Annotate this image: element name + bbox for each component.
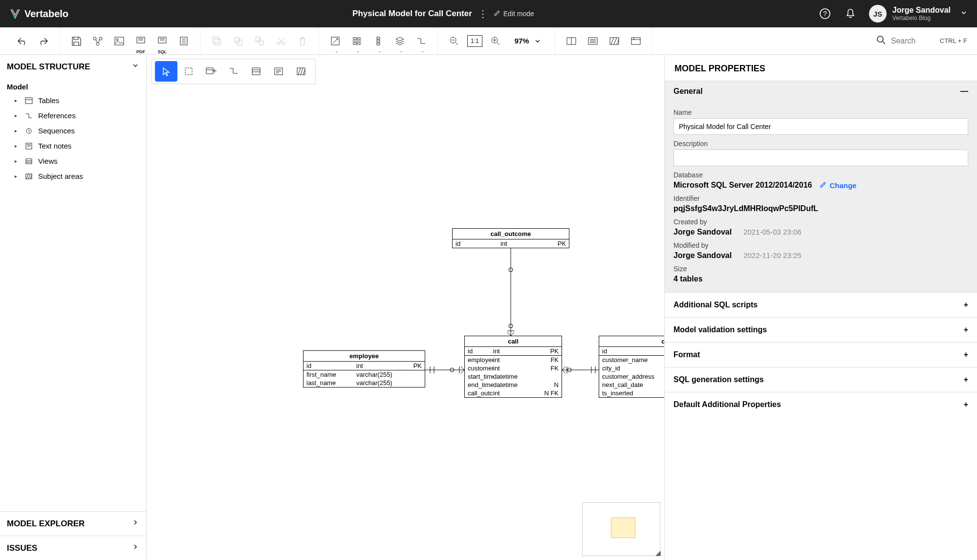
model-desc-input[interactable] xyxy=(673,150,968,166)
name-label: Name xyxy=(673,108,968,116)
add-table-tool[interactable] xyxy=(200,61,222,82)
zoom-reset-button[interactable]: 1:1 xyxy=(467,35,482,47)
model-structure-header[interactable]: MODEL STRUCTURE xyxy=(0,55,146,79)
add-note-tool[interactable] xyxy=(267,61,290,82)
zoom-out-button[interactable] xyxy=(446,33,462,49)
redo-button[interactable] xyxy=(35,33,52,49)
routing-button[interactable]: ⌄ xyxy=(413,33,430,49)
section-general[interactable]: General — xyxy=(665,81,977,102)
add-reference-tool[interactable] xyxy=(222,61,245,82)
er-table-call-outcome[interactable]: call_outcome idintPK xyxy=(452,228,569,248)
svg-rect-33 xyxy=(377,43,380,45)
plus-icon: + xyxy=(964,375,968,384)
svg-point-6 xyxy=(116,39,118,41)
view-icon xyxy=(24,158,33,165)
import-button[interactable] xyxy=(175,33,192,49)
issues-label: ISSUES xyxy=(7,543,37,553)
minimap-viewport[interactable] xyxy=(611,517,635,538)
left-panel: MODEL STRUCTURE Model ▸Tables ▸Reference… xyxy=(0,55,147,560)
avatar: JS xyxy=(869,5,887,22)
model-explorer-header[interactable]: MODEL EXPLORER xyxy=(0,511,146,536)
export-sql-button[interactable]: SQL xyxy=(154,33,171,49)
cut-button xyxy=(273,33,289,49)
section-sql-gen[interactable]: SQL generation settings+ xyxy=(665,367,977,392)
svg-rect-28 xyxy=(353,43,356,44)
add-view-tool[interactable] xyxy=(245,61,267,82)
add-area-tool[interactable] xyxy=(290,61,312,82)
svg-rect-32 xyxy=(377,40,380,42)
share-button[interactable] xyxy=(89,33,106,49)
svg-rect-22 xyxy=(260,41,263,45)
change-db-link[interactable]: Change xyxy=(820,181,856,190)
model-root[interactable]: Model xyxy=(0,79,146,93)
db-label: Database xyxy=(673,171,968,179)
align-v-button[interactable]: ⌄ xyxy=(370,33,387,49)
tree-subjectareas[interactable]: ▸Subject areas xyxy=(15,169,139,184)
svg-point-77 xyxy=(509,268,513,272)
paste-button xyxy=(230,33,246,49)
pencil-icon xyxy=(494,10,500,18)
created-label: Created by xyxy=(673,218,968,226)
tree-views[interactable]: ▸Views xyxy=(15,153,139,169)
resize-handle-icon[interactable]: ◢ xyxy=(655,549,661,557)
user-menu[interactable]: JS Jorge Sandoval Vertabelo Blog xyxy=(869,5,967,22)
created-by: Jorge Sandoval xyxy=(673,228,732,237)
plus-icon: + xyxy=(964,400,968,409)
duplicate-button xyxy=(251,33,268,49)
er-table-employee[interactable]: employee idintPK first_namevarchar(255) … xyxy=(303,350,425,388)
chevron-down-icon xyxy=(131,62,139,72)
section-default-props[interactable]: Default Additional Properties+ xyxy=(665,392,977,417)
svg-rect-17 xyxy=(213,37,218,43)
tree-sequences[interactable]: ▸Sequences xyxy=(15,123,139,138)
align-h-button[interactable]: ⌄ xyxy=(348,33,365,49)
undo-button[interactable] xyxy=(14,33,30,49)
zoom-in-button[interactable] xyxy=(487,33,504,49)
model-name-input[interactable] xyxy=(673,118,968,135)
reference-icon xyxy=(24,112,33,119)
chevron-right-icon xyxy=(131,518,139,529)
bell-icon[interactable] xyxy=(844,7,857,21)
er-table-call[interactable]: call idintPK employee_iintFK customer_ii… xyxy=(464,336,562,398)
help-icon[interactable]: ? xyxy=(818,7,832,21)
zoom-dropdown[interactable]: 97% xyxy=(509,37,547,45)
brand-logo[interactable]: Vertabelo xyxy=(10,8,68,20)
svg-line-52 xyxy=(883,42,885,44)
logo-mark-icon xyxy=(10,8,21,19)
er-table-customer[interactable]: customer idintPK customer_namevarchar(25… xyxy=(599,336,664,398)
identifier-value: pqjSsfgS4w3JryLdMHRIoqwPc5PIDufL xyxy=(673,204,818,213)
properties-title: MODEL PROPERTIES xyxy=(665,55,977,81)
svg-rect-21 xyxy=(256,37,260,41)
tree-references[interactable]: ▸References xyxy=(15,108,139,123)
export-pdf-button[interactable]: PDF xyxy=(132,33,149,49)
chevron-down-icon xyxy=(960,9,967,18)
marquee-tool[interactable] xyxy=(177,61,200,82)
diagram-canvas[interactable]: call_outcome idintPK call idintPK employ… xyxy=(147,55,664,560)
search-icon xyxy=(876,35,886,47)
svg-line-36 xyxy=(456,43,458,45)
tree-tables[interactable]: ▸Tables xyxy=(15,93,139,108)
minus-icon: — xyxy=(960,87,968,96)
export-image-button[interactable] xyxy=(111,33,128,49)
note-icon xyxy=(24,143,33,150)
sql-label: SQL xyxy=(158,49,167,54)
minimap[interactable]: ◢ xyxy=(582,502,660,556)
properties-panel: MODEL PROPERTIES General — Name Descript… xyxy=(664,55,977,560)
select-tool[interactable] xyxy=(155,61,177,82)
section-sql-scripts[interactable]: Additional SQL scripts+ xyxy=(665,292,977,317)
search-input[interactable] xyxy=(891,37,935,45)
tree-textnotes[interactable]: ▸Text notes xyxy=(15,138,139,153)
view-canvas-button[interactable] xyxy=(628,33,644,49)
svg-point-78 xyxy=(509,324,513,328)
issues-header[interactable]: ISSUES xyxy=(0,536,146,560)
save-button[interactable] xyxy=(68,33,85,49)
view-stripe-button[interactable] xyxy=(606,33,623,49)
section-validation[interactable]: Model validation settings+ xyxy=(665,317,977,342)
view-split-button[interactable] xyxy=(563,33,580,49)
model-menu-icon[interactable]: ⋮ xyxy=(478,8,488,20)
created-at: 2021-05-03 23:06 xyxy=(743,228,801,236)
section-format[interactable]: Format+ xyxy=(665,342,977,367)
view-detail-button[interactable] xyxy=(585,33,601,49)
fit-button[interactable]: ⌄ xyxy=(327,33,344,49)
layers-button[interactable]: ⌄ xyxy=(391,33,408,49)
edit-mode-toggle[interactable]: Edit mode xyxy=(494,10,534,18)
